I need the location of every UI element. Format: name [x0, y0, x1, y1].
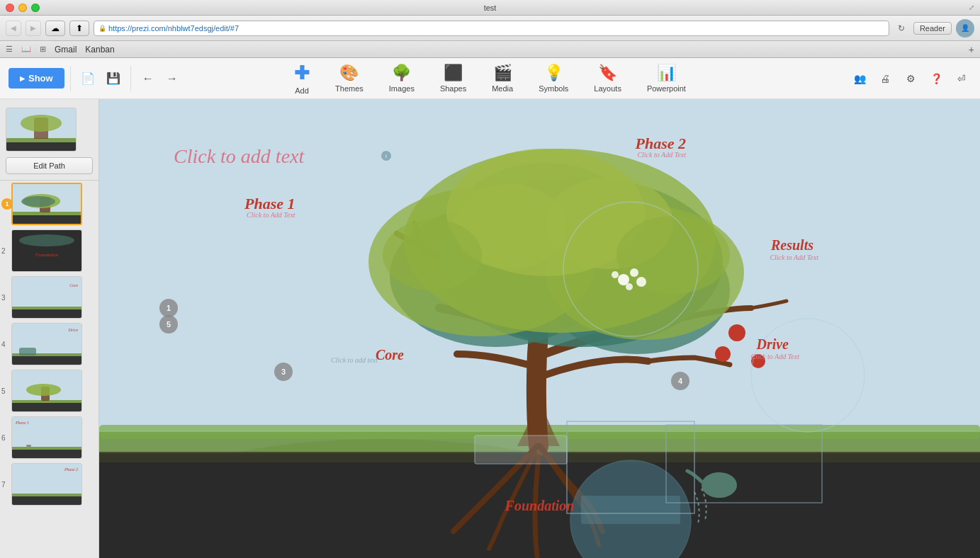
- show-label: Show: [28, 73, 53, 84]
- core-label[interactable]: Core: [376, 347, 404, 363]
- svg-point-26: [728, 324, 745, 341]
- phase1-click: Click to Add Text: [247, 211, 295, 219]
- step-3-num: 3: [281, 368, 286, 376]
- slide-num-5: 5: [1, 387, 6, 395]
- slide-thumb-2[interactable]: Foundation: [11, 229, 82, 272]
- results-label[interactable]: Results: [771, 237, 813, 254]
- step-circle-3[interactable]: 3: [274, 363, 293, 381]
- info-circle[interactable]: i: [381, 151, 391, 161]
- slide-thumb-1[interactable]: [11, 183, 82, 225]
- svg-point-20: [383, 220, 482, 290]
- toolbar-center-tools: ✚ Add 🎨 Themes 🌳 Images ⬛ Shapes 🎬 Media…: [288, 59, 692, 98]
- slide-thumb-4[interactable]: Drive: [11, 323, 82, 365]
- slide-item-4[interactable]: 4 Drive: [11, 323, 98, 365]
- apps-icon: ⊞: [40, 45, 46, 54]
- cloud-button[interactable]: ☁: [45, 21, 65, 36]
- back-button[interactable]: ◀: [6, 21, 21, 36]
- reader-button[interactable]: Reader: [913, 22, 952, 35]
- step-circle-4[interactable]: 4: [671, 372, 689, 390]
- show-button[interactable]: Show: [9, 68, 64, 89]
- symbols-label: Symbols: [539, 84, 568, 93]
- svg-point-27: [715, 346, 731, 362]
- titlebar: test ⤢: [0, 0, 980, 16]
- bookmark-kanban[interactable]: Kanban: [85, 45, 114, 55]
- share-button[interactable]: ⬆: [69, 21, 89, 36]
- edit-path-button[interactable]: Edit Path: [6, 157, 93, 174]
- toolbar-separator-2: [130, 66, 131, 91]
- forward-button[interactable]: ▶: [26, 21, 41, 36]
- svg-rect-35: [475, 435, 567, 464]
- edit-path-label: Edit Path: [33, 161, 65, 170]
- exit-button[interactable]: ⏎: [952, 69, 971, 89]
- powerpoint-tool[interactable]: 📊 Powerpoint: [641, 61, 692, 96]
- media-label: Media: [492, 84, 513, 93]
- overview-canvas: [6, 108, 76, 151]
- slide-thumb-3[interactable]: Core: [11, 276, 82, 319]
- thumb-dark: [6, 142, 76, 151]
- add-label: Add: [295, 86, 309, 95]
- bookmarks-icon: ☰: [6, 45, 13, 54]
- undo-button[interactable]: ←: [137, 67, 159, 90]
- overview-thumbnail[interactable]: [6, 108, 77, 152]
- minimize-button[interactable]: [18, 4, 27, 12]
- url-bar[interactable]: 🔒 https://prezi.com/nhblwt7edsgj/edit/#7: [94, 21, 889, 36]
- click-to-add-text[interactable]: Click to add text: [174, 145, 304, 168]
- powerpoint-icon: 📊: [657, 64, 676, 82]
- slide-item-1[interactable]: 1: [11, 183, 98, 225]
- window-title: test: [484, 4, 497, 12]
- drive-label[interactable]: Drive: [756, 336, 789, 353]
- step-circle-5[interactable]: 5: [159, 315, 178, 334]
- print-button[interactable]: 🖨: [875, 69, 895, 89]
- themes-tool[interactable]: 🎨 Themes: [330, 61, 369, 96]
- symbols-tool[interactable]: 💡 Symbols: [533, 61, 574, 96]
- images-tool[interactable]: 🌳 Images: [383, 61, 420, 96]
- shapes-label: Shapes: [440, 84, 466, 93]
- close-button[interactable]: [6, 4, 14, 12]
- add-tool[interactable]: ✚ Add: [288, 59, 315, 98]
- step-4-num: 4: [678, 377, 682, 385]
- svg-rect-30: [581, 496, 680, 524]
- layouts-tool[interactable]: 🔖 Layouts: [588, 61, 627, 96]
- phase2-click: Click to Add Text: [637, 151, 686, 159]
- svg-point-23: [612, 271, 619, 278]
- svg-point-22: [630, 268, 638, 277]
- slide-item-6[interactable]: 6 Phase 1: [11, 416, 98, 459]
- images-label: Images: [389, 84, 415, 93]
- layouts-icon: 🔖: [598, 64, 617, 82]
- slide-thumb-7[interactable]: Phase 2: [11, 463, 82, 506]
- slide-thumb-5[interactable]: [11, 370, 82, 412]
- slide-num-4: 4: [1, 341, 6, 348]
- results-click: Click to Add Text: [770, 254, 818, 261]
- slide-num-6: 6: [1, 434, 6, 442]
- add-tab-button[interactable]: +: [969, 44, 974, 55]
- slide-thumb-6[interactable]: Phase 1: [11, 416, 82, 459]
- redo-button[interactable]: →: [161, 67, 184, 90]
- maximize-button[interactable]: [31, 4, 40, 12]
- svg-point-24: [626, 283, 633, 290]
- bookmark-gmail[interactable]: Gmail: [55, 45, 77, 55]
- refresh-button[interactable]: ↻: [894, 21, 909, 36]
- powerpoint-label: Powerpoint: [647, 84, 686, 93]
- save-button[interactable]: 💾: [102, 67, 125, 90]
- shapes-icon: ⬛: [444, 64, 463, 82]
- profile-avatar[interactable]: 👤: [956, 19, 974, 38]
- media-tool[interactable]: 🎬 Media: [486, 61, 519, 96]
- step-1-num: 1: [167, 304, 171, 312]
- slide-num-7: 7: [1, 481, 6, 489]
- new-document-button[interactable]: 📄: [77, 67, 99, 90]
- slide-item-5[interactable]: 5: [11, 370, 98, 412]
- foundation-label[interactable]: Foundation: [505, 498, 575, 514]
- people-button[interactable]: 👥: [850, 69, 869, 89]
- overview-section: [0, 105, 98, 152]
- help-button[interactable]: ❓: [926, 69, 946, 89]
- shapes-tool[interactable]: ⬛ Shapes: [434, 61, 472, 96]
- slide-item-2[interactable]: 2 Foundation: [11, 229, 98, 272]
- canvas-area[interactable]: Click to add text Phase 1 Click to Add T…: [99, 99, 980, 558]
- window-controls[interactable]: [6, 4, 40, 12]
- slide-item-3[interactable]: 3 Core: [11, 276, 98, 319]
- addressbar: ◀ ▶ ☁ ⬆ 🔒 https://prezi.com/nhblwt7edsgj…: [0, 16, 980, 41]
- thumb-foliage: [21, 115, 62, 132]
- slide-item-7[interactable]: 7 Phase 2: [11, 463, 98, 506]
- svg-point-25: [636, 277, 646, 287]
- settings-button[interactable]: ⚙: [901, 69, 920, 89]
